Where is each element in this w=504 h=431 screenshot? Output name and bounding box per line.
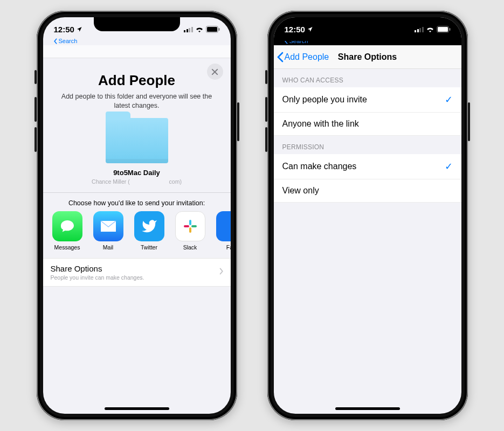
home-indicator[interactable] [105, 407, 169, 410]
share-options-title: Share Options [51, 264, 144, 273]
svg-rect-9 [449, 28, 450, 31]
sheet-subtitle: Add people to this folder and everyone w… [61, 92, 212, 110]
notch [94, 17, 180, 31]
location-icon [77, 26, 82, 32]
mail-icon [93, 211, 123, 241]
section-header-permission: PERMISSION [274, 136, 461, 154]
share-options-subtitle: People you invite can make changes. [51, 274, 144, 281]
share-options-row[interactable]: Share Options People you invite can make… [43, 258, 231, 287]
facebook-icon [216, 211, 231, 241]
app-label: Fac [215, 244, 231, 251]
twitter-icon [134, 211, 164, 241]
nav-bar: Add People Share Options [274, 45, 461, 69]
svg-rect-4 [191, 225, 197, 227]
signal-icon [184, 26, 193, 32]
invite-caption: Choose how you'd like to send your invit… [43, 193, 231, 211]
messages-icon [52, 211, 82, 241]
app-label: Mail [92, 244, 125, 251]
share-app-messages[interactable]: Messages [51, 211, 84, 251]
folder-name: 9to5Mac Daily [54, 169, 220, 177]
status-time: 12:50 [54, 25, 74, 34]
sheet-grabber-bar [43, 45, 231, 58]
sheet-title: Add People [54, 72, 220, 89]
folder-icon [106, 118, 168, 163]
folder-owner: Chance Miller ( com) [54, 178, 220, 185]
svg-rect-5 [189, 227, 191, 233]
app-label: Slack [174, 244, 207, 251]
svg-rect-2 [218, 28, 219, 31]
nav-back-label: Add People [285, 52, 329, 62]
app-label: Messages [51, 244, 84, 251]
wifi-icon [426, 26, 434, 32]
checkmark-icon: ✓ [445, 161, 453, 172]
battery-icon [437, 26, 451, 33]
share-app-slack[interactable]: Slack [174, 211, 207, 251]
checkmark-icon: ✓ [445, 94, 453, 106]
phone-right: 12:50 Search Add People [267, 11, 468, 420]
svg-rect-1 [207, 27, 217, 32]
close-button[interactable] [207, 64, 223, 80]
cell-view-only[interactable]: View only [274, 179, 461, 203]
share-app-twitter[interactable]: Twitter [133, 211, 166, 251]
svg-rect-3 [189, 220, 191, 225]
cell-label: Can make changes [282, 162, 357, 171]
cell-can-make-changes[interactable]: Can make changes ✓ [274, 154, 461, 179]
cell-label: Only people you invite [282, 95, 367, 105]
app-label: Twitter [133, 244, 166, 251]
cell-label: Anyone with the link [282, 119, 359, 129]
home-indicator[interactable] [335, 407, 400, 410]
cell-only-people-you-invite[interactable]: Only people you invite ✓ [274, 87, 461, 113]
share-app-facebook[interactable]: Fac [215, 211, 231, 251]
chevron-right-icon [219, 267, 223, 277]
location-icon [307, 26, 313, 32]
signal-icon [415, 26, 424, 32]
cell-label: View only [282, 186, 319, 196]
svg-rect-8 [438, 27, 448, 32]
wifi-icon [195, 26, 204, 32]
sheet-header: Add People Add people to this folder and… [43, 58, 231, 193]
share-app-mail[interactable]: Mail [92, 211, 125, 251]
nav-back-button[interactable]: Add People [274, 52, 329, 62]
share-apps-row[interactable]: Messages Mail Twitter Slack [43, 211, 231, 258]
battery-icon [206, 26, 220, 33]
slack-icon [175, 211, 205, 241]
phone-left: 12:50 Search [37, 11, 237, 420]
notch [325, 17, 411, 31]
section-header-access: WHO CAN ACCESS [274, 69, 461, 87]
status-time: 12:50 [285, 25, 305, 34]
cell-anyone-with-link[interactable]: Anyone with the link [274, 113, 461, 136]
svg-rect-6 [184, 225, 189, 227]
